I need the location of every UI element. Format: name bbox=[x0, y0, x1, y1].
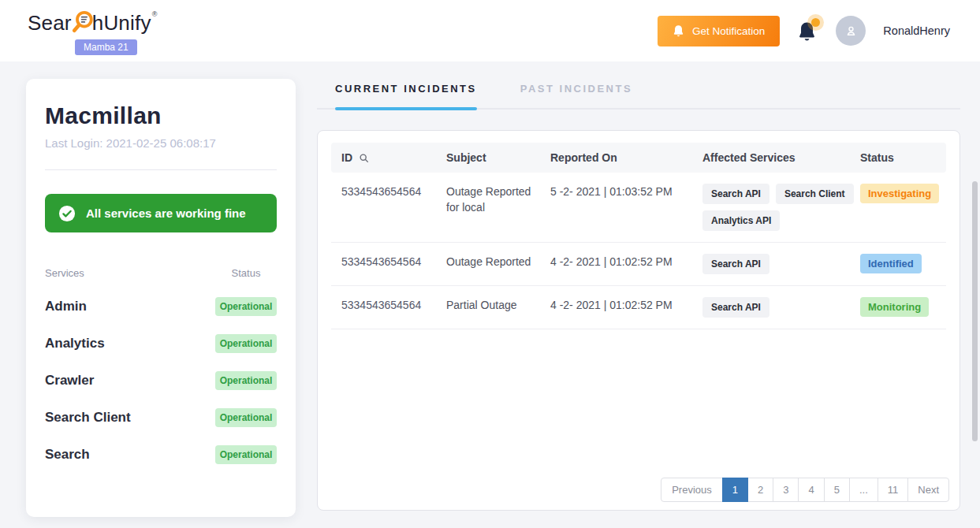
affected-service-chip: Search Client bbox=[776, 184, 854, 204]
affected-service-chip: Search API bbox=[702, 254, 769, 274]
service-row: AdminOperational bbox=[45, 297, 277, 316]
affected-service-chip: Search API bbox=[702, 184, 769, 204]
service-status-badge: Operational bbox=[215, 445, 277, 464]
tab-past-incidents[interactable]: PAST INCIDENTS bbox=[520, 75, 632, 108]
avatar[interactable] bbox=[836, 16, 866, 46]
column-header-label: Reported On bbox=[550, 151, 617, 164]
services-list: AdminOperationalAnalyticsOperationalCraw… bbox=[45, 297, 277, 464]
banner-message: All services are working fine bbox=[86, 206, 246, 220]
incident-affected-services: Search APISearch ClientAnalytics API bbox=[702, 184, 860, 237]
id-search-icon[interactable] bbox=[359, 153, 369, 163]
column-header-id: ID bbox=[331, 151, 446, 164]
service-status-badge: Operational bbox=[215, 334, 277, 353]
get-notification-label: Get Notification bbox=[692, 25, 765, 37]
column-header-label: ID bbox=[341, 151, 352, 164]
incident-row: 5334543654564Outage Reported4 -2- 2021 |… bbox=[331, 243, 946, 286]
service-status-badge: Operational bbox=[215, 297, 277, 316]
page-button-previous[interactable]: Previous bbox=[661, 478, 723, 502]
divider bbox=[45, 169, 277, 170]
notification-dot bbox=[811, 18, 820, 27]
incident-reported-on: 4 -2- 2021 | 01:02:52 PM bbox=[550, 297, 702, 313]
person-icon bbox=[844, 24, 859, 39]
incidents-table-body: 5334543654564Outage Reported for local5 … bbox=[331, 173, 946, 329]
column-header-label: Subject bbox=[446, 151, 486, 164]
service-status-badge: Operational bbox=[215, 371, 277, 390]
username[interactable]: RonaldHenry bbox=[883, 24, 950, 37]
incident-status-badge: Identified bbox=[860, 254, 922, 273]
incidents-section: CURRENT INCIDENTSPAST INCIDENTS ID Subje… bbox=[317, 75, 960, 511]
page-button-3[interactable]: 3 bbox=[773, 478, 799, 502]
mamba-version-badge: Mamba 21 bbox=[75, 39, 137, 55]
magnifier-icon bbox=[71, 9, 95, 39]
all-services-banner: All services are working fine bbox=[45, 194, 277, 232]
service-name: Analytics bbox=[45, 336, 105, 351]
incidents-tabs: CURRENT INCIDENTSPAST INCIDENTS bbox=[317, 75, 960, 110]
incident-id: 5334543654564 bbox=[331, 184, 446, 199]
get-notification-button[interactable]: Get Notification bbox=[658, 16, 780, 46]
customer-status-card: Macmillan Last Login: 2021-02-25 06:08:1… bbox=[26, 79, 296, 517]
incident-row: 5334543654564Outage Reported for local5 … bbox=[331, 173, 946, 243]
incident-status-cell: Identified bbox=[860, 254, 946, 273]
services-column-label: Services bbox=[45, 267, 84, 279]
service-name: Admin bbox=[45, 299, 87, 314]
service-row: SearchOperational bbox=[45, 445, 277, 464]
page-button-ellipsis[interactable]: ... bbox=[849, 478, 878, 502]
incident-reported-on: 5 -2- 2021 | 01:03:52 PM bbox=[550, 184, 702, 199]
logo-text-pre: Sear bbox=[28, 11, 72, 35]
affected-service-chip: Analytics API bbox=[702, 210, 780, 231]
incident-subject: Partial Outage bbox=[446, 297, 550, 313]
pagination: Previous12345...11Next bbox=[661, 478, 949, 502]
incident-id: 5334543654564 bbox=[331, 254, 446, 270]
check-circle-icon bbox=[58, 205, 76, 222]
incidents-panel: ID SubjectReported OnAffected ServicesSt… bbox=[317, 130, 960, 511]
page-button-11[interactable]: 11 bbox=[878, 478, 909, 502]
logo[interactable]: Sear hUnify ® Mamba 21 bbox=[28, 7, 157, 55]
incident-subject: Outage Reported bbox=[446, 254, 550, 270]
status-column-label: Status bbox=[215, 267, 277, 279]
header-actions: Get Notification RonaldHenry bbox=[658, 16, 950, 46]
scrollbar[interactable] bbox=[972, 181, 978, 441]
logo-text-post: hUnify bbox=[92, 11, 151, 35]
incident-subject: Outage Reported for local bbox=[446, 184, 550, 216]
column-header-label: Status bbox=[860, 151, 894, 164]
service-row: CrawlerOperational bbox=[45, 371, 277, 390]
page-button-1[interactable]: 1 bbox=[722, 478, 748, 502]
bell-icon bbox=[673, 24, 684, 38]
registered-mark: ® bbox=[152, 10, 158, 18]
page-button-2[interactable]: 2 bbox=[747, 478, 773, 502]
incident-status-cell: Investigating bbox=[860, 184, 946, 203]
column-header-subject: Subject bbox=[446, 151, 550, 164]
incident-status-badge: Investigating bbox=[860, 184, 939, 203]
incidents-table-header: ID SubjectReported OnAffected ServicesSt… bbox=[331, 143, 946, 173]
incident-id: 5334543654564 bbox=[331, 297, 446, 313]
service-status-badge: Operational bbox=[215, 408, 277, 427]
service-row: Search ClientOperational bbox=[45, 408, 277, 427]
service-name: Search bbox=[45, 447, 90, 463]
service-name: Crawler bbox=[45, 373, 94, 389]
column-header-label: Affected Services bbox=[702, 151, 796, 164]
customer-name: Macmillan bbox=[45, 102, 277, 129]
app-header: Sear hUnify ® Mamba 21 bbox=[0, 0, 980, 61]
last-login: Last Login: 2021-02-25 06:08:17 bbox=[45, 136, 277, 150]
page-button-4[interactable]: 4 bbox=[798, 478, 824, 502]
logo-wordmark: Sear hUnify ® bbox=[28, 7, 157, 39]
page-button-5[interactable]: 5 bbox=[824, 478, 850, 502]
tab-current-incidents[interactable]: CURRENT INCIDENTS bbox=[335, 75, 477, 108]
notification-bell-icon[interactable] bbox=[797, 19, 818, 43]
column-header-affected-services: Affected Services bbox=[702, 151, 860, 164]
service-row: AnalyticsOperational bbox=[45, 334, 277, 353]
incident-row: 5334543654564Partial Outage4 -2- 2021 | … bbox=[331, 286, 946, 329]
incident-affected-services: Search API bbox=[702, 297, 860, 324]
incident-status-cell: Monitoring bbox=[860, 297, 946, 317]
column-header-status: Status bbox=[860, 151, 946, 164]
service-name: Search Client bbox=[45, 410, 131, 426]
services-list-header: Services Status bbox=[45, 267, 277, 279]
incident-status-badge: Monitoring bbox=[860, 297, 929, 317]
column-header-reported-on: Reported On bbox=[550, 151, 702, 164]
incident-affected-services: Search API bbox=[702, 254, 860, 281]
page-button-next[interactable]: Next bbox=[907, 478, 949, 502]
incident-reported-on: 4 -2- 2021 | 01:02:52 PM bbox=[550, 254, 702, 270]
affected-service-chip: Search API bbox=[702, 297, 769, 318]
